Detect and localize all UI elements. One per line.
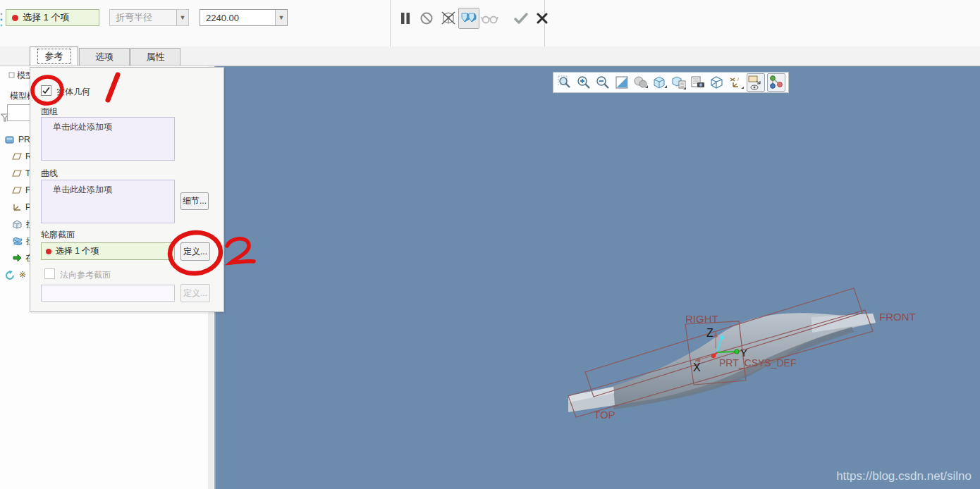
axis-y bbox=[717, 352, 735, 352]
label-x: X bbox=[693, 361, 701, 373]
capture-icon[interactable] bbox=[690, 73, 706, 92]
annotation-display-icon[interactable] bbox=[747, 73, 765, 92]
saved-views-icon[interactable] bbox=[651, 73, 668, 92]
zoom-in-icon[interactable] bbox=[575, 73, 592, 92]
axis-y-end bbox=[735, 349, 739, 354]
spin-center-icon[interactable] bbox=[767, 73, 785, 92]
label-y: Y bbox=[740, 347, 747, 359]
datum-display-icon[interactable]: / bbox=[728, 73, 745, 92]
quilt-label: 面组 bbox=[41, 106, 58, 118]
quilt-placeholder: 单击此处添加项 bbox=[53, 122, 112, 132]
glasses-icon bbox=[479, 8, 501, 29]
bend-radius-value: 折弯半径 bbox=[110, 10, 176, 25]
value-combo[interactable]: 2240.00 ▼ bbox=[200, 9, 288, 26]
watermark: https://blog.csdn.net/silno bbox=[836, 469, 972, 483]
wireframe-cube-icon[interactable] bbox=[709, 73, 725, 92]
define-button[interactable]: 定义... bbox=[180, 242, 210, 261]
ban-icon[interactable] bbox=[416, 8, 437, 29]
axis-x-end bbox=[711, 354, 716, 358]
csys-icon bbox=[12, 202, 22, 212]
view-manager-icon[interactable] bbox=[670, 73, 687, 92]
zoom-out-icon[interactable] bbox=[594, 73, 611, 92]
required-dot-icon bbox=[12, 15, 18, 21]
tree-filter-input[interactable] bbox=[7, 104, 31, 121]
solid-geometry-label: 实体几何 bbox=[56, 86, 90, 98]
dashboard-tabs: 参考 选项 属性 bbox=[0, 47, 980, 66]
normal-section-label: 法向参考截面 bbox=[60, 269, 111, 281]
label-top: TOP bbox=[594, 409, 615, 421]
blend-icon bbox=[12, 236, 23, 246]
datum-plane-icon bbox=[12, 168, 22, 178]
tab-properties[interactable]: 属性 bbox=[130, 48, 180, 66]
selection-collector-field[interactable]: 选择 1 个项 bbox=[6, 9, 99, 26]
value-combo-text: 2240.00 bbox=[200, 10, 275, 25]
references-panel: 实体几何 面组 单击此处添加项 曲线 单击此处添加项 细节... 轮廓截面 选择… bbox=[30, 67, 224, 312]
normal-section-field bbox=[41, 285, 175, 302]
view-toolbar: / bbox=[553, 72, 789, 93]
datum-plane-icon bbox=[12, 185, 22, 195]
refit-icon[interactable] bbox=[613, 73, 630, 92]
required-dot-icon bbox=[46, 249, 51, 254]
curve-collector[interactable]: 单击此处添加项 bbox=[41, 180, 175, 223]
chevron-down-icon[interactable]: ▼ bbox=[275, 10, 287, 25]
datum-plane-icon bbox=[12, 151, 22, 161]
preview-icon[interactable] bbox=[458, 8, 479, 29]
cancel-x-icon[interactable] bbox=[532, 8, 553, 29]
tab-options[interactable]: 选项 bbox=[79, 48, 130, 66]
label-z: Z bbox=[706, 327, 713, 339]
chevron-down-icon: ▼ bbox=[176, 10, 188, 25]
tab-label: 选项 bbox=[95, 51, 114, 63]
dashboard-controls bbox=[395, 8, 553, 29]
tab-references[interactable]: 参考 bbox=[30, 47, 78, 66]
profile-section-label: 轮廓截面 bbox=[41, 229, 75, 241]
profile-collector-text: 选择 1 个项 bbox=[56, 245, 99, 257]
pause-icon[interactable] bbox=[395, 8, 416, 29]
label-right: RIGHT bbox=[685, 313, 718, 325]
tree-item-label: ※ bbox=[19, 270, 26, 280]
solid-geometry-checkbox[interactable] bbox=[41, 85, 51, 96]
svg-text:/: / bbox=[737, 77, 739, 82]
details-button[interactable]: 细节... bbox=[180, 192, 209, 210]
define-button-disabled: 定义... bbox=[180, 284, 210, 302]
extrude-icon bbox=[12, 219, 23, 229]
curve-placeholder: 单击此处添加项 bbox=[53, 185, 112, 194]
axis-z-end bbox=[720, 335, 724, 340]
model-scene: RIGHT FRONT TOP PRT_CSYS_DEF Z Y X bbox=[216, 66, 980, 489]
profile-collector-field[interactable]: 选择 1 个项 bbox=[41, 242, 175, 260]
graphics-viewport[interactable]: RIGHT FRONT TOP PRT_CSYS_DEF Z Y X bbox=[216, 66, 980, 489]
shading-style-icon[interactable] bbox=[632, 73, 649, 92]
tab-label: 属性 bbox=[147, 51, 165, 63]
ok-check-icon[interactable] bbox=[510, 8, 532, 29]
label-csys: PRT_CSYS_DEF bbox=[719, 357, 796, 369]
insert-here-icon bbox=[12, 253, 22, 263]
no-preview-icon[interactable] bbox=[437, 8, 458, 29]
zoom-region-icon[interactable] bbox=[556, 73, 573, 92]
pending-feature-icon bbox=[5, 270, 16, 280]
curve-label: 曲线 bbox=[41, 168, 58, 180]
clipped-toolbar-icon bbox=[0, 11, 4, 28]
selection-collector-text: 选择 1 个项 bbox=[23, 11, 69, 24]
tab-label: 参考 bbox=[38, 49, 71, 63]
label-front: FRONT bbox=[879, 311, 916, 323]
quilt-collector[interactable]: 单击此处添加项 bbox=[41, 117, 175, 161]
bend-radius-combo: 折弯半径 ▼ bbox=[109, 9, 189, 26]
normal-section-checkbox bbox=[44, 268, 55, 279]
part-icon bbox=[5, 135, 15, 144]
